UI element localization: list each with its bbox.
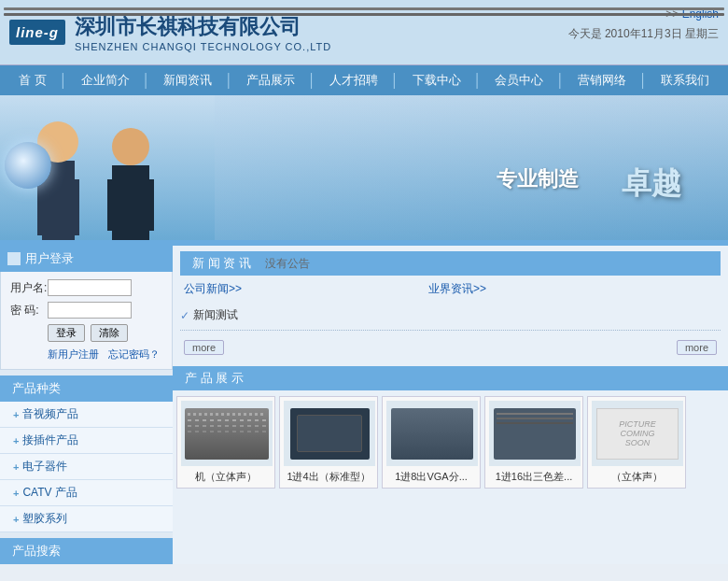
login-buttons: 登录 清除 — [48, 324, 162, 342]
login-area: 用户名: 密 码: 登录 清除 新用户注册 忘记密码？ — [0, 272, 173, 370]
search-title: 产品搜索 — [12, 543, 61, 560]
news-item-0[interactable]: ✓ 新闻测试 — [180, 305, 721, 326]
svg-rect-6 — [107, 179, 120, 231]
product-name-4: （立体声） — [592, 470, 681, 484]
main-content: 用户登录 用户名: 密 码: 登录 清除 新用户注册 忘记密码？ — [0, 246, 728, 564]
person2 — [93, 114, 168, 240]
nav-contact[interactable]: 联系我们 — [648, 72, 722, 89]
cat-catv-label: CATV 产品 — [22, 485, 77, 501]
nav-about[interactable]: 企业简介 — [68, 72, 143, 89]
company-en: SHENZHEN CHANGQI TECHNOLOGY CO.,LTD — [75, 41, 331, 52]
product-img-2 — [386, 401, 478, 466]
svg-point-5 — [112, 128, 149, 165]
nav-download[interactable]: 下载中心 — [399, 72, 474, 89]
company-cn: 深圳市长祺科技有限公司 — [75, 13, 331, 41]
username-row: 用户名: — [10, 279, 162, 296]
product-thumb-0 — [185, 408, 269, 460]
categories-title: 产品种类 — [12, 380, 61, 397]
cat-av-label: 音视频产品 — [22, 406, 78, 422]
industry-more-btn[interactable]: more — [677, 340, 717, 355]
categories-header: 产品种类 — [0, 376, 173, 402]
cat-connectors-label: 接插件产品 — [22, 432, 78, 448]
cat-connectors[interactable]: + 接插件产品 — [0, 428, 173, 454]
plus-icon3: + — [13, 461, 19, 473]
news-header-bar: 新 闻 资 讯 没有公告 — [180, 251, 721, 276]
username-label: 用户名: — [10, 280, 48, 296]
svg-rect-7 — [141, 179, 154, 231]
product-thumb-3 — [494, 408, 576, 460]
cat-catv[interactable]: + CATV 产品 — [0, 480, 173, 506]
cat-plastic[interactable]: + 塑胶系列 — [0, 506, 173, 532]
company-news-link[interactable]: 公司新闻>> — [184, 281, 242, 297]
date-display: 今天是 2010年11月3日 星期三 — [568, 26, 719, 42]
product-thumb-2 — [391, 408, 473, 460]
nav-sep5: │ — [391, 73, 399, 88]
nav-sep: │ — [60, 73, 68, 88]
banner-people — [0, 95, 224, 240]
product-card-4[interactable]: PICTURECOMINGSOON （立体声） — [587, 396, 686, 489]
banner-slogan2: 卓越 — [622, 163, 681, 205]
login-title: 用户登录 — [25, 250, 74, 267]
product-img-4: PICTURECOMINGSOON — [592, 401, 683, 466]
categories-section: 产品种类 + 音视频产品 + 接插件产品 + 电子器件 + CATV 产品 + … — [0, 376, 173, 532]
password-input[interactable] — [48, 302, 132, 319]
forgot-link[interactable]: 忘记密码？ — [108, 347, 160, 361]
login-section-header: 用户登录 — [0, 246, 173, 272]
clear-button[interactable]: 清除 — [91, 324, 128, 342]
content-area: 新 闻 资 讯 没有公告 公司新闻>> 业界资讯>> ✓ 新闻测试 more m… — [173, 246, 728, 564]
nav-jobs[interactable]: 人才招聘 — [316, 72, 391, 89]
company-name: 深圳市长祺科技有限公司 SHENZHEN CHANGQI TECHNOLOGY … — [75, 13, 331, 52]
nav-sep8: │ — [639, 73, 648, 88]
product-card-1[interactable]: 1进4出（标准型） — [279, 396, 378, 489]
nav-products[interactable]: 产品展示 — [233, 72, 308, 89]
product-thumb-1 — [290, 408, 370, 460]
product-title: 产 品 展 示 — [185, 370, 244, 387]
nav-sep7: │ — [556, 73, 565, 88]
more-row: more more — [180, 334, 721, 361]
nav-sep3: │ — [225, 73, 233, 88]
product-card-3[interactable]: 1进16出三色差... — [484, 396, 583, 489]
username-input[interactable] — [48, 279, 132, 296]
industry-news-link[interactable]: 业界资讯>> — [428, 281, 486, 297]
nav-sep6: │ — [474, 73, 483, 88]
product-img-0 — [181, 401, 273, 466]
product-card-2[interactable]: 1进8出VGA分... — [382, 396, 481, 489]
cat-electronics[interactable]: + 电子器件 — [0, 454, 173, 480]
cat-av[interactable]: + 音视频产品 — [0, 402, 173, 428]
product-name-2: 1进8出VGA分... — [386, 470, 476, 484]
news-divider — [180, 330, 721, 331]
nav-news[interactable]: 新闻资讯 — [150, 72, 225, 89]
globe — [5, 142, 51, 189]
password-label: 密 码: — [10, 303, 48, 319]
news-title: 新 闻 资 讯 — [192, 255, 251, 272]
product-name-0: 机（立体声） — [181, 470, 271, 484]
search-section-header: 产品搜索 — [0, 538, 173, 564]
nav-member[interactable]: 会员中心 — [482, 72, 556, 89]
cat-electronics-label: 电子器件 — [22, 459, 67, 475]
login-button[interactable]: 登录 — [48, 324, 85, 342]
logo-area: line-g 深圳市长祺科技有限公司 SHENZHEN CHANGQI TECH… — [0, 13, 331, 52]
product-section: 产 品 展 示 机（立体声） — [173, 366, 728, 492]
nav-marketing[interactable]: 营销网络 — [565, 72, 639, 89]
cat-plastic-label: 塑胶系列 — [22, 511, 67, 527]
logo-box: line-g — [9, 20, 65, 46]
nav-sep2: │ — [143, 73, 151, 88]
register-link[interactable]: 新用户注册 — [48, 347, 99, 361]
password-row: 密 码: — [10, 302, 162, 319]
news-links: 公司新闻>> 业界资讯>> — [180, 281, 721, 297]
news-section: 新 闻 资 讯 没有公告 公司新闻>> 业界资讯>> ✓ 新闻测试 more m… — [173, 246, 728, 366]
main-nav: 首 页 │ 企业简介 │ 新闻资讯 │ 产品展示 │ 人才招聘 │ 下载中心 │… — [0, 65, 728, 95]
news-more-btn[interactable]: more — [184, 340, 224, 355]
nav-home[interactable]: 首 页 — [6, 72, 60, 89]
banner: 专业制造 卓越 — [0, 95, 728, 240]
product-card-0[interactable]: 机（立体声） — [176, 396, 275, 489]
login-links: 新用户注册 忘记密码？ — [48, 347, 162, 361]
plus-icon: + — [13, 409, 19, 420]
plus-icon4: + — [13, 488, 19, 499]
svg-rect-2 — [37, 179, 51, 235]
no-notice: 没有公告 — [265, 256, 310, 272]
news-arrow: ✓ — [180, 309, 189, 322]
product-name-1: 1进4出（标准型） — [284, 470, 373, 484]
plus-icon2: + — [13, 435, 19, 446]
product-thumb-4: PICTURECOMINGSOON — [596, 408, 679, 460]
